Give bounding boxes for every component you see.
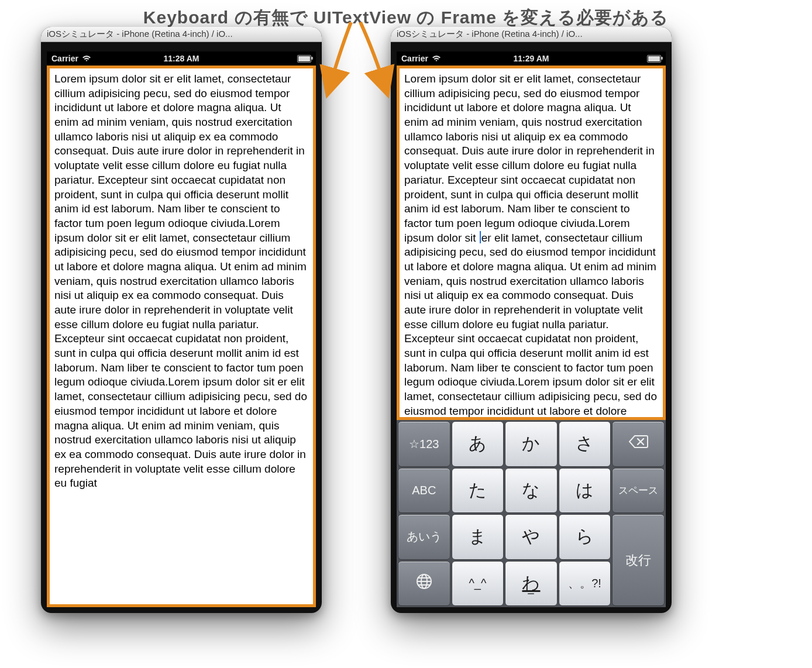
key-ka[interactable]: か <box>505 421 558 467</box>
key-wa-sub: ー <box>527 589 535 600</box>
carrier-label: Carrier <box>51 54 78 63</box>
key-space[interactable]: スペース <box>612 468 665 514</box>
wifi-icon <box>82 55 91 62</box>
mac-window-title: iOSシミュレータ - iPhone (Retina 4-inch) / iO.… <box>41 27 322 42</box>
globe-icon <box>415 572 433 595</box>
key-na[interactable]: な <box>505 468 558 514</box>
key-punct[interactable]: 、。?! <box>559 561 611 607</box>
key-ya[interactable]: や <box>505 514 558 560</box>
textview-content-b: er elit lamet, consectetaur cillium adip… <box>404 232 657 420</box>
textview-content-a: Lorem ipsum dolor sit er elit lamet, con… <box>54 73 305 244</box>
status-bar: Carrier 11:29 AM <box>397 51 666 66</box>
key-num-mode[interactable]: ☆123 <box>398 421 450 467</box>
key-a[interactable]: あ <box>452 421 504 467</box>
key-backspace[interactable] <box>612 421 665 467</box>
backspace-icon <box>628 433 649 454</box>
figure-heading: Keyboard の有無で UITextView の Frame を変える必要が… <box>0 6 812 30</box>
simulator-window-right: iOSシミュレータ - iPhone (Retina 4-inch) / iO.… <box>391 27 672 613</box>
key-emoticon[interactable]: ^_^ <box>452 561 504 607</box>
mac-window-title: iOSシミュレータ - iPhone (Retina 4-inch) / iO.… <box>391 27 672 42</box>
status-bar: Carrier 11:28 AM <box>47 51 316 66</box>
wifi-icon <box>432 55 441 62</box>
textview-content-b: er elit lamet, consectetaur cillium adip… <box>54 232 307 490</box>
textview-content-a: Lorem ipsum dolor sit er elit lamet, con… <box>404 73 655 244</box>
simulator-window-left: iOSシミュレータ - iPhone (Retina 4-inch) / iO.… <box>41 27 322 613</box>
battery-icon <box>297 55 311 63</box>
key-abc-mode[interactable]: ABC <box>398 468 450 514</box>
text-caret <box>480 231 481 243</box>
key-sa[interactable]: さ <box>559 421 611 467</box>
key-ma[interactable]: ま <box>452 514 504 560</box>
device-screen: Carrier 11:29 AM Lorem ipsum dolor sit e… <box>397 51 666 607</box>
carrier-label: Carrier <box>401 54 428 63</box>
key-wa[interactable]: わ ー <box>505 561 558 607</box>
key-ha[interactable]: は <box>559 468 611 514</box>
key-globe[interactable] <box>398 561 450 607</box>
key-ta[interactable]: た <box>452 468 504 514</box>
key-ra[interactable]: ら <box>559 514 611 560</box>
device-screen: Carrier 11:28 AM Lorem ipsum dolor sit e… <box>47 51 316 607</box>
uitextview[interactable]: Lorem ipsum dolor sit er elit lamet, con… <box>397 66 666 420</box>
uitextview[interactable]: Lorem ipsum dolor sit er elit lamet, con… <box>47 66 316 607</box>
battery-icon <box>647 55 661 63</box>
jp-kana-keyboard: ☆123 あ か さ ABC た な は スペース あいう ま や <box>397 420 666 607</box>
key-kana-mode[interactable]: あいう <box>398 514 450 560</box>
key-return[interactable]: 改行 <box>612 514 665 606</box>
figure-stage: Keyboard の有無で UITextView の Frame を変える必要が… <box>0 0 812 668</box>
